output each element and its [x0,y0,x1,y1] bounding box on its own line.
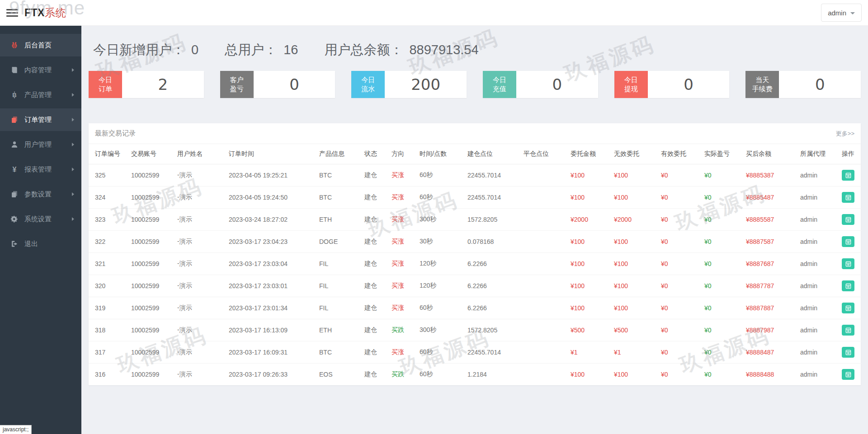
cell-agent: admin [797,164,839,187]
cell-profit: ¥0 [702,319,743,341]
column-header: 无效委托 [611,144,658,164]
cell-account: 10002599 [128,341,175,364]
svg-text:¥: ¥ [12,166,16,173]
sidebar-item-label: 退出 [24,240,38,248]
stat-card-4: 今日提现0 [614,71,730,98]
sidebar-item-reports[interactable]: ¥报表管理 [0,158,81,181]
sidebar-item-product[interactable]: B产品管理 [0,84,81,106]
sidebar-item-home[interactable]: 后台首页 [0,34,81,56]
order-detail-button[interactable] [842,303,854,313]
dashboard-bug-icon [10,42,19,49]
sidebar-item-content[interactable]: 内容管理 [0,59,81,81]
orders-table-card: 最新交易记录 更多>> 订单编号交易账号用户姓名订单时间产品信息状态方向时间/点… [89,123,861,385]
yen-icon: ¥ [10,166,19,173]
sidebar-item-orders[interactable]: 订单管理 [0,108,81,131]
topbar: FTX系统 admin [0,0,868,26]
cell-product: ETH [316,319,362,341]
cell-agent: admin [797,231,839,253]
chevron-right-icon [72,168,74,171]
overview-total-balance: 用户总余额： 8897913.54 [324,41,478,59]
cell-status: 建仓 [362,209,389,231]
column-header: 方向 [389,144,417,164]
cell-agent: admin [797,341,839,364]
cell-account: 10002599 [128,231,175,253]
cell-name: -演示 [175,164,226,187]
cell-time: 2023-03-17 23:03:04 [226,253,316,275]
user-menu-button[interactable]: admin [821,4,862,22]
cell-balance: ¥8888488 [743,364,797,386]
stat-card-2: 今日流水200 [351,71,467,98]
cell-status: 建仓 [362,253,389,275]
table-row: 32210002599-演示2023-03-17 23:04:23DOGE建仓买… [89,231,862,253]
cell-valid: ¥0 [658,319,702,341]
cell-open_point: 6.2266 [465,297,521,319]
caret-down-icon [850,12,855,14]
cell-direction: 买涨 [389,297,417,319]
sidebar-menu: 后台首页内容管理B产品管理订单管理用户管理¥报表管理参数设置系统设置退出 [0,26,81,255]
cell-id: 317 [89,341,128,364]
user-icon [10,141,19,148]
column-header: 所属代理 [797,144,839,164]
cell-status: 建仓 [362,341,389,364]
cell-product: BTC [316,187,362,209]
cell-valid: ¥0 [658,209,702,231]
cell-time: 2023-04-05 19:24:50 [226,187,316,209]
cell-invalid: ¥1 [611,341,658,364]
cell-id: 323 [89,209,128,231]
sidebar-item-system[interactable]: 系统设置 [0,208,81,230]
cell-valid: ¥0 [658,253,702,275]
stat-card-label: 今日订单 [89,71,122,98]
order-detail-button[interactable] [842,258,854,269]
stat-card-value: 2 [122,71,204,98]
cell-time: 2023-03-17 23:04:23 [226,231,316,253]
order-detail-button[interactable] [842,170,854,181]
cell-action [839,187,862,209]
cell-direction: 买涨 [389,341,417,364]
list-icon [845,261,851,267]
table-row: 32310002599-演示2023-03-24 18:27:02ETH建仓买涨… [89,209,862,231]
cell-agent: admin [797,297,839,319]
order-detail-button[interactable] [842,192,854,203]
order-detail-button[interactable] [842,325,854,336]
app-title-primary: FTX [24,7,45,19]
order-detail-button[interactable] [842,214,854,225]
cell-action [839,253,862,275]
hamburger-menu-icon[interactable] [6,9,18,17]
status-link-preview: javascript:; [0,425,32,434]
cell-open_point: 0.078168 [465,231,521,253]
cell-direction: 买涨 [389,209,417,231]
stat-card-1: 客户盈亏0 [220,71,335,98]
cell-product: FIL [316,253,362,275]
cell-valid: ¥0 [658,364,702,386]
cell-action [839,164,862,187]
sidebar-item-logout[interactable]: 退出 [0,233,81,255]
more-link[interactable]: 更多>> [836,130,854,138]
cell-open_point: 22455.7014 [465,164,521,187]
cell-account: 10002599 [128,297,175,319]
order-detail-button[interactable] [842,369,854,380]
cell-action [839,231,862,253]
cell-account: 10002599 [128,319,175,341]
cell-id: 325 [89,164,128,187]
sidebar-item-params[interactable]: 参数设置 [0,183,81,205]
cell-duration: 120秒 [417,253,465,275]
cell-invalid: ¥100 [611,297,658,319]
cell-duration: 60秒 [417,297,465,319]
order-detail-button[interactable] [842,347,854,358]
cell-invalid: ¥100 [611,364,658,386]
overview-label: 今日新增用户： [93,41,185,59]
orders-copy-icon [10,116,19,123]
order-detail-button[interactable] [842,280,854,291]
sidebar-item-label: 系统设置 [24,215,52,224]
cell-direction: 买跌 [389,319,417,341]
orders-table-head-row: 订单编号交易账号用户姓名订单时间产品信息状态方向时间/点数建仓点位平仓点位委托金… [89,144,862,164]
order-detail-button[interactable] [842,236,854,247]
list-icon [845,217,851,223]
cell-open_point: 6.2266 [465,253,521,275]
cell-invalid: ¥100 [611,164,658,187]
cell-status: 建仓 [362,231,389,253]
chevron-right-icon [72,192,74,196]
cell-name: -演示 [175,253,226,275]
cell-open_point: 1572.8205 [465,209,521,231]
sidebar-item-users[interactable]: 用户管理 [0,133,81,156]
